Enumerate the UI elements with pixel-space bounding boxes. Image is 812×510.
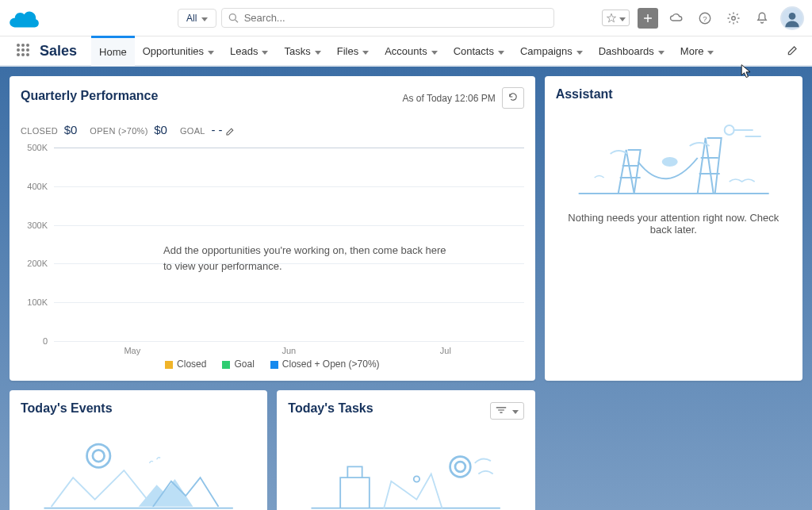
tasks-illustration bbox=[288, 427, 523, 510]
svg-point-8 bbox=[21, 44, 25, 47]
nav-tab-label: More bbox=[680, 45, 704, 57]
chevron-down-icon bbox=[658, 45, 665, 57]
svg-point-14 bbox=[21, 53, 25, 56]
favorites-button[interactable] bbox=[602, 10, 630, 26]
salesforce-logo bbox=[8, 6, 43, 30]
x-tick: May bbox=[54, 346, 211, 355]
user-avatar[interactable] bbox=[780, 6, 804, 30]
app-name: Sales bbox=[40, 43, 77, 59]
assistant-message: Nothing needs your attention right now. … bbox=[560, 212, 787, 236]
setup-button[interactable] bbox=[723, 8, 744, 29]
global-header: All ? bbox=[0, 0, 812, 36]
nav-tab-label: Leads bbox=[230, 45, 258, 57]
chevron-down-icon bbox=[201, 13, 208, 24]
y-tick: 200K bbox=[27, 259, 48, 268]
closed-label: CLOSED bbox=[21, 126, 58, 136]
legend-item: Goal bbox=[222, 359, 254, 370]
svg-point-11 bbox=[21, 48, 25, 52]
card-title: Today's Tasks bbox=[288, 401, 373, 416]
nav-tab-more[interactable]: More bbox=[672, 36, 722, 66]
cloud-icon bbox=[669, 11, 684, 25]
nav-tab-dashboards[interactable]: Dashboards bbox=[591, 36, 672, 66]
nav-tab-label: Home bbox=[99, 46, 127, 58]
search-scope-select[interactable]: All bbox=[178, 9, 216, 28]
svg-text:?: ? bbox=[703, 13, 707, 22]
chevron-down-icon bbox=[707, 45, 714, 57]
nav-tab-leads[interactable]: Leads bbox=[222, 36, 276, 66]
nav-tab-opportunities[interactable]: Opportunities bbox=[135, 36, 222, 66]
goal-value: - - bbox=[211, 123, 222, 136]
nav-tab-accounts[interactable]: Accounts bbox=[377, 36, 445, 66]
card-title: Assistant bbox=[556, 87, 791, 102]
nav-tab-label: Tasks bbox=[284, 45, 310, 57]
nav-tab-contacts[interactable]: Contacts bbox=[446, 36, 512, 66]
pencil-icon[interactable] bbox=[225, 126, 236, 136]
pencil-icon bbox=[787, 44, 799, 56]
search-scope-label: All bbox=[186, 13, 197, 24]
notifications-button[interactable] bbox=[752, 8, 772, 29]
svg-point-10 bbox=[17, 48, 20, 52]
goal-label: GOAL bbox=[180, 126, 205, 136]
trailhead-button[interactable] bbox=[666, 8, 687, 29]
nav-tab-files[interactable]: Files bbox=[329, 36, 377, 66]
nav-tab-home[interactable]: Home bbox=[91, 36, 135, 66]
svg-point-24 bbox=[450, 457, 471, 477]
chevron-down-icon bbox=[262, 45, 268, 57]
global-actions-button[interactable] bbox=[638, 8, 658, 29]
search-icon bbox=[228, 13, 239, 24]
svg-point-19 bbox=[87, 444, 110, 467]
global-search[interactable] bbox=[221, 8, 554, 28]
x-tick: Jul bbox=[367, 346, 524, 355]
plus-icon bbox=[642, 13, 653, 24]
app-launcher[interactable] bbox=[16, 43, 30, 59]
bell-icon bbox=[755, 11, 769, 25]
gear-icon bbox=[726, 11, 741, 25]
nav-tab-label: Dashboards bbox=[599, 45, 654, 57]
legend-item: Closed + Open (>70%) bbox=[270, 359, 380, 370]
chart-empty-message: Add the opportunities you're working on,… bbox=[163, 243, 449, 274]
nav-tab-label: Campaigns bbox=[520, 45, 573, 57]
chevron-down-icon bbox=[512, 405, 519, 416]
nav-tab-tasks[interactable]: Tasks bbox=[276, 36, 328, 66]
assistant-illustration bbox=[556, 106, 791, 201]
search-input[interactable] bbox=[244, 12, 548, 24]
nav-tab-label: Opportunities bbox=[143, 45, 204, 57]
svg-point-17 bbox=[661, 157, 677, 167]
card-title: Today's Events bbox=[21, 401, 256, 416]
nav-tab-label: Contacts bbox=[454, 45, 494, 57]
chevron-down-icon bbox=[315, 45, 321, 57]
waffle-icon bbox=[16, 43, 30, 57]
edit-nav-button[interactable] bbox=[787, 44, 799, 59]
svg-point-7 bbox=[17, 44, 20, 47]
help-button[interactable]: ? bbox=[695, 8, 715, 29]
closed-value: $0 bbox=[64, 123, 78, 136]
svg-point-20 bbox=[93, 450, 105, 462]
refresh-icon bbox=[508, 91, 519, 102]
nav-tab-label: Accounts bbox=[385, 45, 427, 57]
as-of-timestamp: As of Today 12:06 PM bbox=[402, 93, 495, 104]
nav-tab-campaigns[interactable]: Campaigns bbox=[512, 36, 591, 66]
tasks-filter-button[interactable] bbox=[490, 402, 523, 420]
quarterly-performance-card: Quarterly Performance As of Today 12:06 … bbox=[10, 76, 535, 381]
chevron-down-icon bbox=[498, 45, 504, 57]
svg-point-9 bbox=[26, 44, 29, 47]
svg-point-0 bbox=[230, 13, 236, 20]
refresh-button[interactable] bbox=[502, 87, 524, 109]
svg-point-18 bbox=[724, 125, 733, 135]
performance-chart: 0100K200K300K400K500K Add the opportunit… bbox=[21, 148, 524, 370]
open-value: $0 bbox=[154, 123, 167, 136]
svg-point-15 bbox=[26, 53, 29, 56]
open-label: OPEN (>70%) bbox=[90, 126, 147, 136]
avatar-icon bbox=[782, 8, 802, 29]
y-tick: 0 bbox=[43, 336, 48, 346]
chevron-down-icon bbox=[576, 45, 583, 57]
app-nav-bar: Sales HomeOpportunitiesLeadsTasksFilesAc… bbox=[0, 36, 812, 67]
x-tick: Jun bbox=[211, 346, 368, 355]
y-tick: 300K bbox=[27, 220, 48, 230]
question-icon: ? bbox=[698, 11, 712, 25]
y-tick: 500K bbox=[27, 143, 48, 152]
svg-point-6 bbox=[789, 13, 796, 20]
svg-point-13 bbox=[17, 53, 20, 56]
assistant-card: Assistant Nothing needs your attention r… bbox=[545, 76, 802, 381]
star-icon bbox=[606, 13, 617, 24]
